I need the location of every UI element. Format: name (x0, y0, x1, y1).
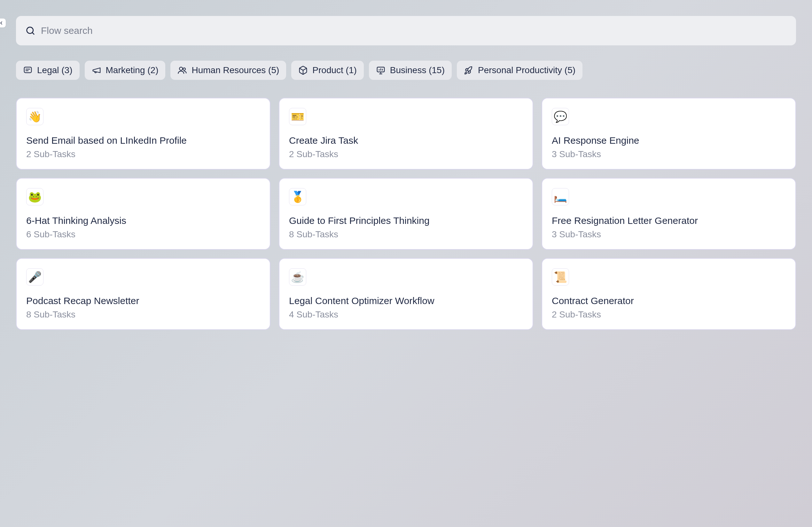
flow-card[interactable]: 🎤 Podcast Recap Newsletter 8 Sub-Tasks (16, 258, 271, 330)
flow-card[interactable]: 🐸 6-Hat Thinking Analysis 6 Sub-Tasks (16, 178, 271, 250)
presentation-icon (376, 65, 386, 75)
megaphone-icon (92, 65, 101, 75)
filter-label: Marketing (2) (106, 65, 159, 75)
card-title: Legal Content Optimizer Workflow (289, 295, 523, 307)
message-icon (23, 65, 33, 75)
card-title: Podcast Recap Newsletter (26, 295, 260, 307)
medal-icon: 🥇 (289, 188, 306, 205)
speech-icon: 💬 (552, 108, 569, 125)
flow-card[interactable]: 🎫 Create Jira Task 2 Sub-Tasks (279, 98, 533, 170)
collapse-sidebar-button[interactable] (0, 18, 6, 28)
filter-label: Human Resources (5) (191, 65, 279, 75)
package-icon (298, 65, 308, 75)
card-title: AI Response Engine (552, 134, 786, 147)
rocket-icon (464, 65, 474, 75)
filter-label: Product (1) (312, 65, 357, 75)
filter-hr[interactable]: Human Resources (5) (170, 61, 286, 80)
card-title: Contract Generator (552, 295, 786, 307)
search-input[interactable] (41, 25, 786, 36)
flow-card[interactable]: 💬 AI Response Engine 3 Sub-Tasks (541, 98, 796, 170)
filter-label: Legal (3) (37, 65, 73, 75)
svg-point-3 (183, 68, 186, 71)
flow-card[interactable]: 🛏️ Free Resignation Letter Generator 3 S… (541, 178, 796, 250)
card-title: Send Email based on LInkedIn Profile (26, 134, 260, 147)
frog-icon: 🐸 (26, 188, 43, 205)
filter-label: Personal Productivity (5) (478, 65, 576, 75)
flow-grid: 👋 Send Email based on LInkedIn Profile 2… (16, 98, 796, 330)
filter-marketing[interactable]: Marketing (2) (85, 61, 165, 80)
filter-label: Business (15) (390, 65, 445, 75)
flow-card[interactable]: 📜 Contract Generator 2 Sub-Tasks (541, 258, 796, 330)
filter-legal[interactable]: Legal (3) (16, 61, 79, 80)
search-icon (26, 26, 35, 35)
flow-card[interactable]: 🥇 Guide to First Principles Thinking 8 S… (279, 178, 533, 250)
card-subtitle: 8 Sub-Tasks (26, 310, 260, 320)
svg-rect-1 (24, 67, 32, 73)
svg-point-2 (180, 67, 183, 70)
microphone-icon: 🎤 (26, 268, 43, 286)
search-bar (16, 16, 796, 45)
card-subtitle: 4 Sub-Tasks (289, 310, 523, 320)
card-subtitle: 2 Sub-Tasks (552, 310, 786, 320)
filter-product[interactable]: Product (1) (291, 61, 364, 80)
filter-business[interactable]: Business (15) (369, 61, 452, 80)
card-title: Guide to First Principles Thinking (289, 214, 523, 227)
scroll-icon: 📜 (552, 268, 569, 286)
card-subtitle: 3 Sub-Tasks (552, 149, 786, 160)
flow-card[interactable]: 👋 Send Email based on LInkedIn Profile 2… (16, 98, 271, 170)
card-subtitle: 8 Sub-Tasks (289, 229, 523, 240)
wave-icon: 👋 (26, 108, 43, 125)
coffee-icon: ☕ (289, 268, 306, 286)
card-title: Create Jira Task (289, 134, 523, 147)
filter-productivity[interactable]: Personal Productivity (5) (457, 61, 582, 80)
filter-row: Legal (3) Marketing (2) Human Resources … (16, 61, 796, 80)
flow-card[interactable]: ☕ Legal Content Optimizer Workflow 4 Sub… (279, 258, 533, 330)
card-title: Free Resignation Letter Generator (552, 214, 786, 227)
card-subtitle: 3 Sub-Tasks (552, 229, 786, 240)
users-icon (177, 65, 187, 75)
card-subtitle: 6 Sub-Tasks (26, 229, 260, 240)
card-title: 6-Hat Thinking Analysis (26, 214, 260, 227)
ticket-icon: 🎫 (289, 108, 306, 125)
bed-icon: 🛏️ (552, 188, 569, 205)
card-subtitle: 2 Sub-Tasks (289, 149, 523, 160)
card-subtitle: 2 Sub-Tasks (26, 149, 260, 160)
